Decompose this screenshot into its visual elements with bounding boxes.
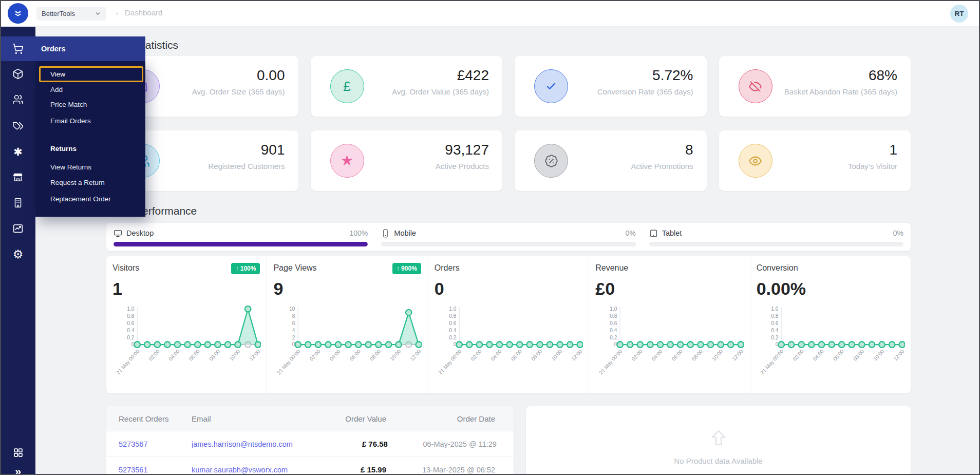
chart-big-value: £0: [595, 279, 743, 299]
stat-value: 5.72%: [652, 67, 693, 84]
tablet-icon: [649, 229, 658, 238]
chevron-down-icon: [95, 10, 101, 17]
trend-badge: ↑ 100%: [231, 263, 260, 274]
chart-title: Orders: [435, 263, 582, 273]
progress-track: [381, 242, 635, 246]
device-col-mobile: Mobile 0%: [381, 228, 635, 246]
stat-label: Avg. Order Size (365 days): [192, 87, 285, 96]
sidebar-item-settings[interactable]: ⚙: [8, 244, 28, 264]
upload-arrow-icon: [708, 428, 729, 449]
trend-badge: ↑ 900%: [392, 263, 421, 274]
sidebar-item-services[interactable]: ✱: [8, 141, 28, 162]
svg-text:0.4: 0.4: [771, 328, 778, 333]
svg-text:02:00: 02:00: [791, 348, 804, 362]
svg-text:21 May 00:00: 21 May 00:00: [437, 348, 462, 375]
order-value: £ 76.58: [293, 440, 388, 448]
menu-item-request-a-return[interactable]: Request a Return: [50, 177, 142, 188]
table-row: 5273567 james.harrison@ntsdemo.com £ 76.…: [106, 431, 514, 457]
svg-text:1.0: 1.0: [771, 306, 778, 312]
svg-text:12:00: 12:00: [570, 348, 583, 362]
menu-item-view-returns[interactable]: View Returns: [50, 162, 142, 173]
settings-icon: ⚙: [13, 249, 24, 260]
chart-panel-visitors: Visitors ↑ 100% 1 1.00.80.60.40.2021 May…: [106, 256, 267, 393]
building-icon: [12, 197, 24, 208]
product-data-card: No Product data Available: [526, 406, 911, 475]
sidebar-item-reports[interactable]: [8, 218, 28, 239]
stat-value: 93,127: [445, 142, 489, 158]
menu-item-view-label: View: [50, 70, 65, 78]
svg-text:02:00: 02:00: [148, 348, 161, 362]
order-date: 13-Mar-2025 @ 06:52: [386, 466, 495, 474]
order-id-link[interactable]: 5273567: [119, 440, 192, 448]
svg-text:12:00: 12:00: [731, 348, 744, 362]
orders-flyout-menu: View Add Price Match Email Orders Return…: [35, 61, 145, 217]
order-email-link[interactable]: kumar.saurabh@vsworx.com: [192, 466, 291, 474]
flyout-header-orders: Orders: [41, 45, 66, 53]
stat-card-basket-abandon-rate: 68% Basket Abandon Rate (365 days): [719, 56, 911, 117]
menu-item-email-orders[interactable]: Email Orders: [50, 116, 142, 127]
sidebar-item-promotions[interactable]: [8, 116, 28, 136]
svg-text:0.6: 0.6: [610, 320, 617, 326]
device-percent: 0%: [625, 229, 635, 237]
menu-item-view[interactable]: View: [39, 66, 143, 82]
svg-text:10:00: 10:00: [550, 348, 563, 362]
device-percent: 0%: [893, 229, 903, 237]
svg-text:02:00: 02:00: [309, 348, 322, 362]
chart-big-value: 9: [273, 279, 421, 299]
svg-text:08:00: 08:00: [369, 348, 382, 362]
svg-text:0.2: 0.2: [771, 335, 778, 340]
stat-value: 8: [685, 142, 693, 158]
star-glyph: ★: [341, 154, 353, 168]
sidebar-item-catalogue[interactable]: [8, 64, 28, 84]
chart-title: Revenue: [595, 263, 743, 273]
menu-item-replacement-order[interactable]: Replacement Order: [50, 194, 142, 205]
svg-text:04:00: 04:00: [329, 348, 342, 362]
app-selector-dropdown[interactable]: BetterTools: [36, 7, 106, 21]
svg-text:10:00: 10:00: [228, 348, 241, 362]
desktop-icon: [114, 229, 122, 238]
star-icon: ★: [330, 144, 364, 178]
svg-text:6: 6: [292, 320, 295, 326]
order-id-link[interactable]: 5273561: [119, 466, 192, 474]
sidebar-item-orders[interactable]: Orders: [1, 36, 145, 61]
svg-text:0.8: 0.8: [771, 313, 778, 319]
app-logo: [8, 3, 28, 24]
sparkline-chart: 1.00.80.60.40.2021 May 00:0002:0004:0006…: [757, 303, 904, 387]
svg-text:21 May 00:00: 21 May 00:00: [598, 348, 624, 375]
chart-panel-orders: Orders 0 1.00.80.60.40.2021 May 00:0002:…: [428, 256, 589, 393]
sidebar-item-customers[interactable]: [8, 89, 28, 110]
sidebar-item-company[interactable]: [8, 193, 28, 213]
svg-text:8: 8: [292, 313, 295, 319]
user-avatar[interactable]: RT: [950, 5, 968, 23]
eye-off-icon: [739, 69, 772, 103]
kpi-charts-card: Visitors ↑ 100% 1 1.00.80.60.40.2021 May…: [106, 256, 911, 393]
stat-card-conversion-rate: 5.72% Conversion Rate (365 days): [515, 56, 707, 117]
svg-text:10: 10: [290, 306, 296, 312]
pound-glyph: £: [343, 80, 350, 93]
sidebar-expand[interactable]: »: [8, 462, 28, 475]
svg-text:0.8: 0.8: [449, 313, 456, 319]
device-col-desktop: Desktop 100%: [114, 228, 368, 246]
stat-label: Registered Customers: [208, 162, 285, 170]
svg-text:08:00: 08:00: [530, 348, 543, 362]
svg-text:10:00: 10:00: [389, 348, 402, 362]
svg-text:0.4: 0.4: [127, 328, 134, 333]
stat-label: Conversion Rate (365 days): [597, 87, 693, 96]
stat-label: Active Promotions: [631, 162, 693, 170]
order-email-link[interactable]: james.harrison@ntsdemo.com: [192, 440, 293, 448]
sidebar-apps-grid[interactable]: [8, 442, 28, 463]
stat-value: 0.00: [257, 67, 285, 84]
breadcrumb[interactable]: Dashboard: [125, 8, 162, 17]
svg-text:04:00: 04:00: [812, 348, 824, 362]
menu-item-add[interactable]: Add: [50, 84, 142, 96]
stat-card-todays-visitor: 1 Today's Visitor: [719, 130, 911, 191]
asterisk-icon: ✱: [13, 146, 23, 157]
sidebar-item-store[interactable]: [8, 167, 28, 187]
stat-label: Today's Visitor: [848, 162, 897, 170]
svg-text:12:00: 12:00: [892, 348, 905, 362]
stat-value: 1: [889, 142, 897, 158]
col-header-order-date: Order Date: [386, 414, 495, 423]
menu-item-price-match[interactable]: Price Match: [50, 99, 142, 110]
customers-icon: [12, 94, 24, 105]
chart-big-value: 1: [112, 279, 260, 299]
